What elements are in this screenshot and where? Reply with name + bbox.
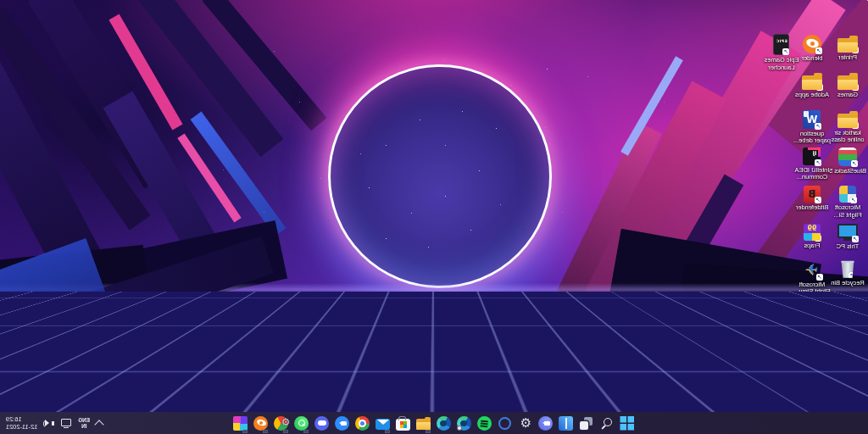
desktop-icon-nvidia-gefor[interactable]: ↗NVIDIAGeFor... [831, 297, 865, 331]
desktop-icon-bluej[interactable]: ↗BlueJ [795, 372, 829, 400]
running-indicator [385, 430, 390, 433]
settings-icon [519, 416, 533, 431]
bluej-icon: ↗ [803, 374, 821, 391]
desktop-icon-games[interactable]: ↗Games [831, 71, 865, 99]
ring-app-icon [499, 417, 512, 430]
desktop-icon-kartick-sir-online-class[interactable]: ↗kartick sironline class [831, 109, 865, 144]
desktop-icon-epic-games-launcher[interactable]: EPIC↗Epic GamesLauncher [765, 34, 798, 71]
clock-date: 12-11-2021 [6, 423, 37, 431]
settings-button[interactable] [515, 412, 536, 434]
fraps-app-button[interactable] [231, 412, 251, 434]
whatsapp-button[interactable] [292, 412, 312, 434]
desktop-icon-steam[interactable]: ↗Steam [795, 334, 829, 363]
shortcut-arrow-icon: ↗ [816, 84, 823, 91]
desktop-icon-label: Games [837, 92, 858, 99]
network-icon[interactable] [60, 418, 72, 428]
volume-icon[interactable] [43, 418, 54, 428]
edge-beta-button[interactable] [454, 412, 475, 434]
folder-icon: ↗ [837, 75, 858, 90]
widgets-button[interactable] [556, 412, 576, 434]
desktop-icon-label: Fraps [804, 242, 820, 250]
task-view-button[interactable] [576, 412, 597, 434]
desktop-icon-label: Printer [838, 54, 857, 62]
desktop-icon-intellij-idea[interactable]: IJ↗IntelliJ IDEACommun... [795, 147, 829, 181]
msfs-icon: ↗ [839, 186, 856, 203]
desktop-icon-printer[interactable]: ↗Printer [831, 34, 865, 62]
mirrored-windows-desktop: ↗Printer↗Games↗kartick sironline class↗B… [0, 0, 868, 434]
shortcut-arrow-icon: ↗ [816, 274, 823, 281]
desktop-icon-label: Steam [803, 355, 821, 363]
search-button[interactable] [597, 412, 617, 434]
shortcut-arrow-icon: ↗ [783, 48, 790, 55]
gears-app-button[interactable] [271, 412, 292, 434]
chat-button[interactable] [536, 412, 556, 434]
microsoft-store-button[interactable] [393, 412, 414, 434]
shortcut-arrow-icon: ↗ [852, 236, 859, 242]
bitdefender-icon: B↗ [804, 186, 821, 203]
desktop-icon-question-paper[interactable]: W↗questionpaper debe... [795, 109, 829, 145]
desktop-icon-label: GeForceExperience [832, 354, 864, 369]
file-explorer-icon [417, 419, 431, 430]
shortcut-arrow-icon: ↗ [850, 197, 857, 203]
desktop-icon-label: NVIDIAGeFor... [836, 317, 859, 331]
mail-button[interactable] [373, 412, 393, 434]
bluestacks-icon: ↗ [838, 147, 857, 166]
shortcut-arrow-icon: ↗ [815, 123, 822, 130]
shortcut-arrow-icon: ↗ [852, 84, 859, 91]
blender-app-icon [254, 416, 269, 431]
desktop-icon-bluestacks-5[interactable]: ↗BlueStacks 5 [831, 147, 865, 175]
edge-beta-icon [458, 416, 472, 431]
folder-icon: ↗ [802, 75, 822, 90]
clock-time: 16:29 [6, 415, 37, 423]
desktop-icon-label: Epic GamesLauncher [765, 57, 799, 71]
desktop-icon-geforce-experience[interactable]: ↗GeForceExperience [831, 334, 865, 369]
taskbar: ENG IN 16:29 12-11-2021 [0, 412, 868, 434]
desktop-icon-bitdefender[interactable]: B↗Bitdefender [795, 184, 829, 212]
blender-icon: ↗ [803, 35, 821, 53]
edge-button[interactable] [434, 412, 454, 434]
desktop-icon-label: questionpaper debe... [793, 131, 831, 145]
hidden-icons-chevron-icon[interactable] [94, 420, 103, 429]
shortcut-arrow-icon: ↗ [849, 377, 858, 387]
shortcut-arrow-icon: ↗ [815, 310, 822, 317]
desktop-icon-label: Recycle Bin [831, 280, 865, 287]
start-button[interactable] [617, 412, 637, 434]
desktop-icon-microsoft-flight-simu[interactable]: ✈↗MicrosoftFlight Simu... [795, 259, 829, 296]
language-line1: ENG [78, 417, 90, 423]
desktop-icon-label: MicrosoftFlight Si... [833, 204, 861, 219]
epic-icon: EPIC↗ [774, 34, 790, 55]
running-indicator [303, 430, 309, 433]
geforce-icon: ↗ [839, 335, 857, 353]
word-icon: W↗ [804, 110, 821, 129]
desktop-icon-protonvpn[interactable]: ↗ProtonVPN [795, 297, 829, 326]
desktop-icon-microsoft-flight-si[interactable]: ↗MicrosoftFlight Si... [831, 184, 865, 219]
language-indicator[interactable]: ENG IN [78, 417, 90, 430]
shortcut-arrow-icon: ↗ [851, 160, 858, 167]
desktop-icon-this-pc[interactable]: ↗This PC [831, 222, 865, 251]
nvidia-icon: ↗ [839, 298, 857, 315]
desktop-icon-label: BlueJ [804, 392, 821, 400]
shortcut-arrow-icon: ↗ [852, 122, 859, 129]
blender-app-button[interactable] [251, 412, 271, 434]
intellij-icon: IJ↗ [804, 147, 821, 165]
shortcut-arrow-icon: ↗ [851, 309, 858, 316]
chrome-button[interactable] [353, 412, 373, 434]
desktop-icon-recycle-bin[interactable]: ↗Recycle Bin [831, 259, 865, 287]
file-explorer-button[interactable] [414, 412, 434, 434]
desktop-icon-adobe-apps[interactable]: ↗Adobe apps [795, 71, 829, 99]
ring-app-button[interactable] [495, 412, 515, 434]
folder-icon: ↗ [837, 38, 858, 53]
discord-button[interactable] [312, 412, 332, 434]
desktop-icon-msi-afterburner[interactable]: ↗MSIAfterburner [831, 372, 865, 408]
start-icon [620, 416, 635, 431]
shortcut-arrow-icon: ↗ [815, 47, 822, 54]
zoom-button[interactable] [332, 412, 353, 434]
plane-icon: ✈↗ [802, 259, 822, 280]
desktop-icon-label: MSIAfterburner [832, 393, 864, 408]
desktop-icon-fraps[interactable]: 99↗Fraps [795, 222, 829, 250]
spotify-button[interactable] [475, 412, 495, 434]
desktop-icon-blender[interactable]: ↗blender [795, 34, 829, 63]
neon-ring [328, 64, 552, 288]
folder-icon: ↗ [837, 114, 858, 128]
clock[interactable]: 16:29 12-11-2021 [6, 415, 37, 431]
